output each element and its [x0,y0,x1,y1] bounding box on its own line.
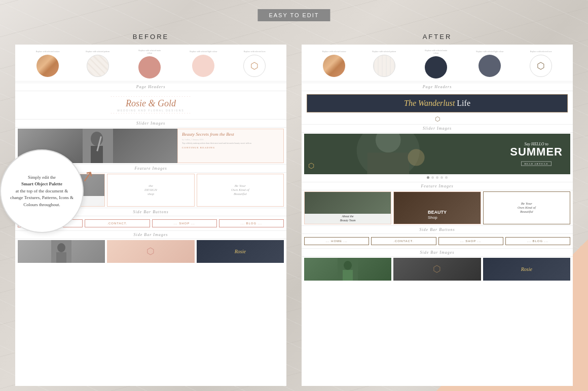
after-swatch-label-2: Replace with selected pattern [372,51,396,53]
after-feature-3: Be YourOwn Kind ofBeautiful [483,191,570,224]
after-swatch-label-4: Replace with selected light colour [476,51,503,53]
before-slider-label: Slider Images [15,119,286,128]
after-swatch-item-1: Replace with selected texture [322,51,346,77]
after-swatch-label-5: Replace with selected icon [530,51,552,53]
callout-text-after: at the top of the document & change Text… [10,188,74,207]
svg-rect-2 [91,146,103,163]
hex-icon-after: ⬡ [537,60,545,71]
after-sidebar-buttons-label: Side Bar Buttons [302,225,573,234]
before-header: · · · · · · · · · · · · · · · · · · · · … [15,92,286,118]
before-page-headers-label: Page Headers [15,83,286,91]
after-page-headers-label: Page Headers [302,83,573,91]
before-sidebar-images: ⬡ Rosie [18,240,284,263]
after-swatch-circle-4 [479,55,501,77]
after-feature-label: Feature Images [302,182,573,190]
after-btn-shop[interactable]: ... SHOP ... [438,237,503,245]
after-sidebar-img-3-inner: Rosie [483,258,570,281]
before-sidebar-images-label: Side Bar Images [15,230,286,239]
svg-rect-14 [343,270,353,281]
callout-text: Simply edit the Smart Object Palette at … [1,167,83,216]
before-slider-continue: CONTINUE READING [182,146,279,149]
badge-label: EASY TO EDIT [269,12,319,18]
after-slider-dots [302,174,573,181]
after-header-italic: The Wanderlust [404,99,455,107]
callout-text-bold: Smart Object Palette [21,181,62,186]
before-sidebar-img-1-inner [18,240,105,263]
dot-5 [445,176,448,179]
after-swatch-item-2: Replace with selected pattern [372,51,396,77]
after-header-title: The Wanderlust Life [315,99,560,108]
before-feature-3-text: Be YourOwn Kind ofBeautiful [231,184,249,196]
slider-photo-svg [83,129,113,163]
swatch-label-1: Replace with selected texture [36,51,60,53]
after-swatch-circle-3 [425,56,447,79]
before-sidebar-img-1 [18,240,105,263]
after-feature-2: BEAUTYShop [393,191,481,224]
dot-2 [431,176,434,179]
before-btn-shop[interactable]: ... SHOP ... [152,219,217,227]
before-sidebar-img-3: Rosie [197,240,284,263]
swatch-item-5: Replace with selected icon ⬡ [243,51,266,77]
after-panel-content: Replace with selected texture Replace wi… [302,45,573,386]
before-slider-meta: by Author, 1 January 2016 [182,138,279,141]
swatch-item-1: Replace with selected texture [36,51,60,77]
swatch-label-4: Replace with selected light colour [190,51,217,53]
after-feature-1-bg: About theBeauty Team [305,192,391,224]
before-slider-content: Beauty Secrets from the Best by Author, … [177,129,284,163]
after-slider-label: Slider Images [302,124,573,133]
after-btn-blog[interactable]: ... BLOG ... [505,237,570,245]
after-sidebar-images: ⬡ Rosie [304,258,570,281]
before-sidebar-img-3-inner: Rosie [197,240,284,263]
after-sidebar-img-1-photo [338,258,358,281]
before-header-title: Rosie & Gold [20,98,281,109]
after-swatch-circle-5: ⬡ [530,55,552,77]
before-slider-title: Beauty Secrets from the Best [182,132,279,138]
dot-3 [436,176,438,179]
after-swatch-circle-2 [373,55,395,77]
after-sidebar-img-3-text: Rosie [521,266,532,272]
after-slider: Say HELLO to SUMMER READ ARTICLE ⬡ [304,134,570,174]
after-slider-summer: SUMMER [510,146,563,157]
after-sidebar-images-label: Side Bar Images [302,248,573,257]
after-sidebar-img-2-inner: ⬡ [393,258,481,281]
after-feature-row: About theBeauty Team BEAUTYShop Be YourO… [304,191,570,224]
after-swatch-item-4: Replace with selected light colour [476,51,503,77]
easy-to-edit-badge: EASY TO EDIT [258,9,330,21]
after-sidebar-img-2: ⬡ [393,258,481,281]
after-sidebar-buttons: ... HOME ... .CONTACT. ... SHOP ... ... … [304,235,570,247]
before-header-dots-2: · · · · · · · · · · · · · · · · · · · · … [20,112,281,115]
after-sidebar-img-1-inner [304,258,391,281]
slider-hex-icon: ⬡ [308,162,314,170]
after-swatch-label-3: Replace with selected main colour [422,50,450,55]
after-btn-home[interactable]: ... HOME ... [304,237,369,245]
after-panel: AFTER Replace with selected texture Repl… [302,33,573,386]
svg-point-13 [344,261,352,270]
after-feature-3-text: Be YourOwn Kind ofBeautiful [518,202,536,214]
after-sidebar-img-3: Rosie [483,258,570,281]
swatch-circle-2 [87,55,109,77]
after-btn-contact[interactable]: .CONTACT. [371,237,436,245]
swatch-item-4: Replace with selected light colour [190,51,217,77]
sidebar-img-2-icon: ⬡ [146,246,155,257]
hex-icon-before: ⬡ [250,60,259,71]
callout-circle: Simply edit the Smart Object Palette at … [0,149,84,233]
swatch-label-3: Replace with selected main colour [136,50,164,55]
before-feature-3: Be YourOwn Kind ofBeautiful [197,174,284,207]
sidebar-img-3-text: Rosie [235,249,246,254]
before-feature-2: theDESIGNshop [107,174,194,207]
before-btn-contact[interactable]: .CONTACT. [85,219,150,227]
after-sidebar-img-2-icon: ⬡ [433,263,441,275]
before-btn-blog[interactable]: ... BLOG ... [219,219,284,227]
before-feature-2-text: theDESIGNshop [144,184,157,196]
after-swatch-item-3: Replace with selected main colour [422,50,450,79]
swatch-circle-3 [138,56,161,79]
after-swatch-label-1: Replace with selected texture [322,51,346,53]
dot-1 [427,176,429,179]
after-feature-1: About theBeauty Team [304,191,391,224]
swatch-circle-4 [192,55,214,77]
before-title: BEFORE [15,33,286,41]
after-feature-2-label: BEAUTYShop [428,210,447,220]
swatch-item-3: Replace with selected main colour [136,50,164,79]
after-header-normal: Life [455,99,470,107]
after-header: The Wanderlust Life [307,94,568,112]
